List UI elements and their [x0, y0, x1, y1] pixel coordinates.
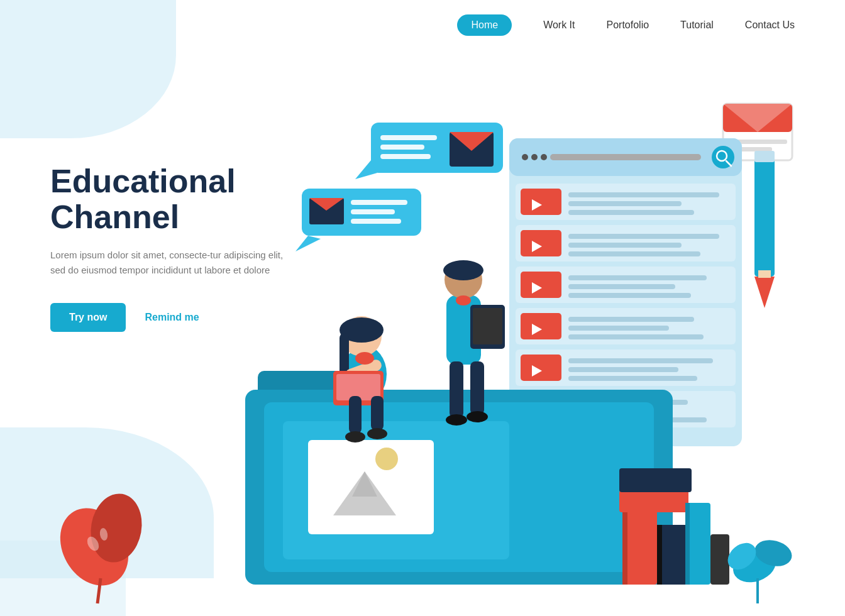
svg-rect-49: [568, 284, 675, 289]
svg-rect-84: [349, 396, 362, 434]
svg-point-87: [367, 428, 387, 439]
svg-point-88: [355, 352, 374, 365]
svg-marker-8: [295, 236, 321, 251]
svg-rect-33: [521, 189, 561, 215]
nav-item-portfolio[interactable]: Portofolio: [607, 19, 649, 31]
nav-item-workit[interactable]: Work It: [543, 19, 575, 31]
nav-item-home[interactable]: Home: [457, 14, 512, 36]
nav-item-tutorial[interactable]: Tutorial: [680, 19, 714, 31]
svg-point-96: [446, 414, 467, 426]
svg-rect-55: [568, 326, 669, 331]
svg-rect-50: [568, 293, 691, 298]
svg-rect-48: [568, 275, 707, 280]
svg-rect-54: [568, 317, 694, 322]
svg-rect-37: [568, 201, 682, 206]
svg-rect-13: [351, 219, 401, 224]
speech-bubble-bottom: [295, 189, 421, 251]
svg-rect-95: [470, 361, 484, 415]
svg-point-26: [531, 154, 538, 160]
svg-rect-46: [521, 272, 561, 298]
svg-rect-99: [622, 509, 657, 585]
svg-rect-28: [550, 154, 701, 160]
pencil-icon: [754, 151, 775, 308]
svg-point-25: [522, 154, 528, 160]
svg-point-27: [541, 154, 547, 160]
navigation: Home Work It Portofolio Tutorial Contact…: [0, 0, 845, 50]
svg-rect-38: [568, 210, 694, 215]
svg-rect-36: [568, 192, 719, 197]
svg-point-98: [456, 295, 471, 305]
svg-rect-22: [758, 270, 771, 278]
plant-right: [722, 536, 795, 603]
svg-rect-85: [371, 396, 384, 431]
svg-rect-94: [450, 361, 463, 418]
svg-marker-21: [754, 277, 775, 308]
svg-rect-106: [685, 503, 690, 585]
svg-rect-2: [380, 135, 437, 140]
svg-rect-11: [351, 200, 407, 205]
svg-point-76: [375, 448, 398, 470]
svg-point-86: [345, 431, 365, 443]
svg-point-91: [443, 260, 483, 280]
svg-rect-102: [657, 525, 662, 585]
books-stack: [619, 468, 729, 585]
svg-rect-12: [351, 209, 395, 214]
svg-rect-107: [710, 534, 729, 585]
svg-rect-43: [568, 243, 682, 248]
nav-item-contact[interactable]: Contact Us: [745, 19, 795, 31]
svg-rect-42: [568, 234, 719, 239]
speech-bubble-top: [355, 123, 503, 179]
svg-rect-104: [619, 468, 692, 492]
svg-rect-61: [568, 367, 678, 372]
svg-point-97: [467, 411, 488, 422]
svg-rect-3: [380, 145, 424, 150]
svg-rect-52: [521, 313, 561, 339]
svg-rect-58: [521, 355, 561, 381]
svg-rect-20: [754, 151, 775, 162]
svg-rect-56: [568, 334, 704, 339]
svg-rect-100: [622, 509, 627, 585]
svg-rect-40: [521, 230, 561, 256]
svg-rect-103: [619, 490, 688, 512]
svg-rect-4: [380, 154, 431, 159]
svg-rect-44: [568, 251, 700, 256]
plant-left: [47, 490, 147, 603]
main-illustration: [0, 0, 845, 616]
svg-rect-60: [568, 358, 713, 363]
svg-rect-62: [568, 376, 697, 381]
svg-rect-19: [754, 157, 775, 277]
svg-rect-93: [473, 308, 502, 344]
